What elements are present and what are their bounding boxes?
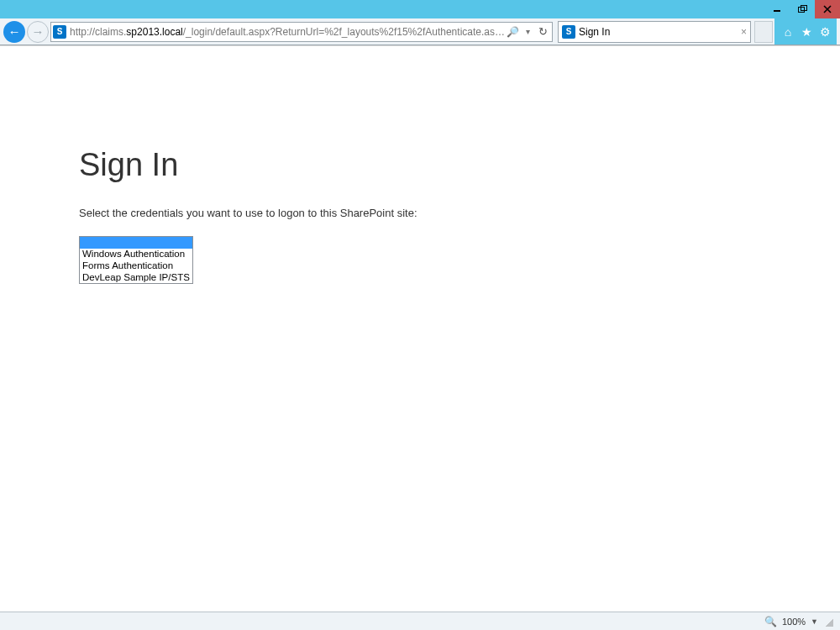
window-close-button[interactable] — [815, 0, 840, 18]
auth-option-windows[interactable]: Windows Authentication — [80, 249, 192, 260]
close-icon — [823, 5, 832, 13]
window-maximize-button[interactable] — [790, 0, 815, 18]
sharepoint-favicon-icon: S — [53, 25, 66, 39]
auth-option-selected[interactable] — [80, 237, 192, 249]
zoom-menu-caret-icon[interactable]: ▼ — [811, 617, 818, 626]
window-minimize-button[interactable] — [764, 0, 790, 18]
arrow-left-icon: ← — [8, 25, 21, 38]
search-split-icon[interactable]: ▾ — [520, 27, 535, 36]
auth-provider-select[interactable]: Windows Authentication Forms Authenticat… — [79, 236, 193, 284]
maximize-icon — [798, 5, 807, 13]
tools-icon[interactable]: ⚙ — [818, 25, 832, 39]
window-titlebar — [0, 0, 840, 18]
tab-title: Sign In — [579, 26, 738, 38]
zoom-icon[interactable]: 🔍 — [764, 616, 777, 627]
browser-toolbar: ← → S http://claims.sp2013.local/_login/… — [0, 18, 840, 45]
auth-option-devleap[interactable]: DevLeap Sample IP/STS — [80, 272, 192, 284]
address-bar[interactable]: S http://claims.sp2013.local/_login/defa… — [50, 22, 553, 42]
signin-prompt: Select the credentials you want to use t… — [79, 207, 840, 219]
address-url: http://claims.sp2013.local/_login/defaul… — [70, 26, 505, 38]
minimize-icon — [773, 5, 781, 13]
zoom-level: 100% — [782, 617, 806, 627]
status-bar: 🔍 100% ▼ — [0, 612, 840, 630]
auth-option-forms[interactable]: Forms Authentication — [80, 260, 192, 272]
arrow-right-icon: → — [32, 25, 45, 38]
sharepoint-favicon-icon: S — [562, 25, 575, 39]
resize-grip-icon[interactable] — [823, 617, 833, 627]
search-icon[interactable]: 🔎 — [505, 25, 520, 38]
signin-form: Sign In Select the credentials you want … — [0, 46, 840, 284]
browser-tab[interactable]: S Sign In × — [558, 21, 751, 43]
browser-command-bar: ⌂ ★ ⚙ — [774, 18, 837, 45]
favorites-icon[interactable]: ★ — [800, 25, 813, 39]
nav-forward-button[interactable]: → — [27, 21, 49, 43]
new-tab-button[interactable] — [754, 21, 773, 43]
page-viewport: Sign In Select the credentials you want … — [0, 45, 840, 612]
page-title: Sign In — [79, 147, 840, 183]
nav-back-button[interactable]: ← — [3, 21, 25, 43]
home-icon[interactable]: ⌂ — [781, 25, 795, 39]
refresh-icon[interactable]: ↻ — [535, 25, 550, 38]
tab-close-icon[interactable]: × — [741, 26, 747, 38]
